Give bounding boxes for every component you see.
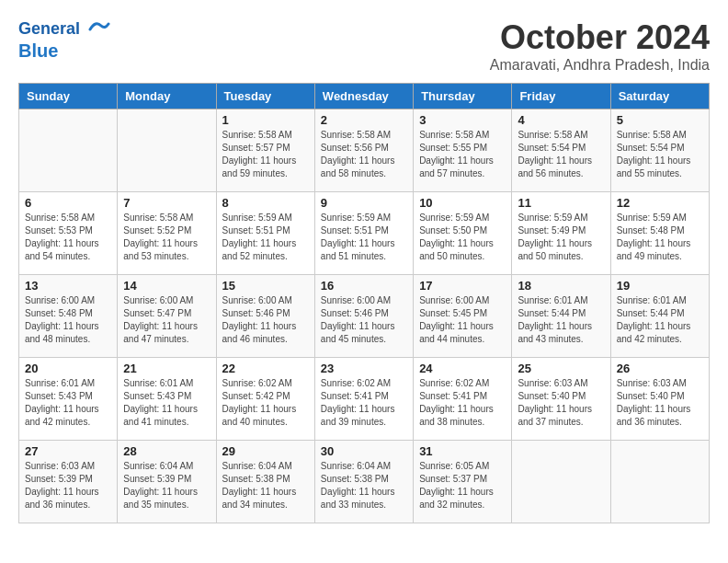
day-info: Sunrise: 6:00 AM Sunset: 5:46 PM Dayligh… [222,294,309,346]
weekday-header: Thursday [414,84,512,109]
logo-blue: Blue [18,40,110,61]
day-number: 18 [518,279,604,293]
calendar-cell: 8Sunrise: 5:59 AM Sunset: 5:51 PM Daylig… [216,192,314,275]
day-number: 31 [419,444,506,458]
day-number: 13 [25,279,111,293]
calendar-cell: 13Sunrise: 6:00 AM Sunset: 5:48 PM Dayli… [19,275,118,358]
calendar-cell: 14Sunrise: 6:00 AM Sunset: 5:47 PM Dayli… [118,275,216,358]
day-number: 24 [419,362,506,375]
calendar-cell: 18Sunrise: 6:01 AM Sunset: 5:44 PM Dayli… [512,275,610,358]
title-block: October 2024 Amaravati, Andhra Pradesh, … [490,18,710,74]
calendar-week-row: 20Sunrise: 6:01 AM Sunset: 5:43 PM Dayli… [19,358,710,441]
calendar-week-row: 6Sunrise: 5:58 AM Sunset: 5:53 PM Daylig… [19,192,710,275]
day-info: Sunrise: 5:58 AM Sunset: 5:55 PM Dayligh… [419,129,506,180]
calendar-cell: 3Sunrise: 5:58 AM Sunset: 5:55 PM Daylig… [414,109,512,192]
day-number: 10 [419,196,506,210]
day-number: 8 [222,196,309,210]
calendar-cell [118,109,216,192]
weekday-header: Sunday [19,84,118,109]
calendar-cell: 24Sunrise: 6:02 AM Sunset: 5:41 PM Dayli… [414,358,512,441]
day-info: Sunrise: 6:02 AM Sunset: 5:42 PM Dayligh… [222,377,309,429]
day-number: 5 [617,113,703,127]
calendar-week-row: 27Sunrise: 6:03 AM Sunset: 5:39 PM Dayli… [19,441,710,523]
calendar-cell [512,441,610,523]
day-info: Sunrise: 6:00 AM Sunset: 5:47 PM Dayligh… [123,294,210,346]
calendar-cell: 17Sunrise: 6:00 AM Sunset: 5:45 PM Dayli… [414,275,512,358]
logo-text: General [18,18,110,40]
calendar-cell: 30Sunrise: 6:04 AM Sunset: 5:38 PM Dayli… [314,441,413,523]
day-number: 26 [617,362,703,375]
weekday-header: Saturday [610,84,709,109]
day-number: 12 [617,196,703,210]
logo-icon [88,18,110,40]
day-info: Sunrise: 6:05 AM Sunset: 5:37 PM Dayligh… [419,460,506,511]
calendar-cell: 23Sunrise: 6:02 AM Sunset: 5:41 PM Dayli… [314,358,413,441]
day-number: 7 [123,196,210,210]
day-number: 14 [123,279,210,293]
day-number: 16 [321,279,407,293]
day-info: Sunrise: 6:02 AM Sunset: 5:41 PM Dayligh… [321,377,407,429]
day-info: Sunrise: 5:58 AM Sunset: 5:54 PM Dayligh… [518,129,604,180]
weekday-header: Monday [118,84,216,109]
calendar-cell: 29Sunrise: 6:04 AM Sunset: 5:38 PM Dayli… [216,441,314,523]
calendar-cell: 1Sunrise: 5:58 AM Sunset: 5:57 PM Daylig… [216,109,314,192]
calendar-header-row: SundayMondayTuesdayWednesdayThursdayFrid… [19,84,710,109]
day-info: Sunrise: 5:58 AM Sunset: 5:52 PM Dayligh… [123,212,210,263]
day-number: 23 [321,362,407,375]
calendar-cell: 12Sunrise: 5:59 AM Sunset: 5:48 PM Dayli… [610,192,709,275]
day-info: Sunrise: 6:01 AM Sunset: 5:43 PM Dayligh… [25,377,111,429]
day-info: Sunrise: 6:03 AM Sunset: 5:40 PM Dayligh… [518,377,604,429]
day-number: 2 [321,113,407,127]
calendar-cell: 11Sunrise: 5:59 AM Sunset: 5:49 PM Dayli… [512,192,610,275]
day-info: Sunrise: 6:00 AM Sunset: 5:45 PM Dayligh… [419,294,506,346]
day-number: 22 [222,362,309,375]
day-info: Sunrise: 5:58 AM Sunset: 5:57 PM Dayligh… [222,129,309,180]
day-info: Sunrise: 5:59 AM Sunset: 5:51 PM Dayligh… [222,212,309,263]
day-number: 1 [222,113,309,127]
day-info: Sunrise: 5:59 AM Sunset: 5:49 PM Dayligh… [518,212,604,263]
day-info: Sunrise: 5:59 AM Sunset: 5:50 PM Dayligh… [419,212,506,263]
page-header: General Blue October 2024 Amaravati, And… [18,18,710,74]
calendar-cell [19,109,118,192]
calendar-cell: 16Sunrise: 6:00 AM Sunset: 5:46 PM Dayli… [314,275,413,358]
day-info: Sunrise: 5:59 AM Sunset: 5:51 PM Dayligh… [321,212,407,263]
calendar-cell: 21Sunrise: 6:01 AM Sunset: 5:43 PM Dayli… [118,358,216,441]
day-number: 3 [419,113,506,127]
calendar-week-row: 13Sunrise: 6:00 AM Sunset: 5:48 PM Dayli… [19,275,710,358]
calendar-cell: 10Sunrise: 5:59 AM Sunset: 5:50 PM Dayli… [414,192,512,275]
weekday-header: Friday [512,84,610,109]
day-number: 6 [25,196,111,210]
day-info: Sunrise: 6:01 AM Sunset: 5:44 PM Dayligh… [518,294,604,346]
day-info: Sunrise: 6:04 AM Sunset: 5:39 PM Dayligh… [123,460,210,511]
day-info: Sunrise: 6:03 AM Sunset: 5:39 PM Dayligh… [25,460,111,511]
calendar-cell: 5Sunrise: 5:58 AM Sunset: 5:54 PM Daylig… [610,109,709,192]
calendar-cell: 31Sunrise: 6:05 AM Sunset: 5:37 PM Dayli… [414,441,512,523]
day-info: Sunrise: 5:59 AM Sunset: 5:48 PM Dayligh… [617,212,703,263]
day-number: 17 [419,279,506,293]
day-info: Sunrise: 6:04 AM Sunset: 5:38 PM Dayligh… [321,460,407,511]
day-info: Sunrise: 5:58 AM Sunset: 5:53 PM Dayligh… [25,212,111,263]
calendar-cell: 6Sunrise: 5:58 AM Sunset: 5:53 PM Daylig… [19,192,118,275]
day-number: 25 [518,362,604,375]
calendar-cell: 15Sunrise: 6:00 AM Sunset: 5:46 PM Dayli… [216,275,314,358]
logo-general: General [18,19,80,38]
day-number: 11 [518,196,604,210]
calendar-cell: 4Sunrise: 5:58 AM Sunset: 5:54 PM Daylig… [512,109,610,192]
calendar-cell: 26Sunrise: 6:03 AM Sunset: 5:40 PM Dayli… [610,358,709,441]
day-number: 20 [25,362,111,375]
weekday-header: Tuesday [216,84,314,109]
day-info: Sunrise: 6:04 AM Sunset: 5:38 PM Dayligh… [222,460,309,511]
logo: General Blue [18,18,110,61]
day-info: Sunrise: 5:58 AM Sunset: 5:54 PM Dayligh… [617,129,703,180]
day-info: Sunrise: 6:00 AM Sunset: 5:46 PM Dayligh… [321,294,407,346]
day-number: 30 [321,444,407,458]
day-number: 15 [222,279,309,293]
calendar-table: SundayMondayTuesdayWednesdayThursdayFrid… [18,83,710,523]
day-number: 28 [123,444,210,458]
location: Amaravati, Andhra Pradesh, India [490,57,710,74]
day-info: Sunrise: 6:01 AM Sunset: 5:43 PM Dayligh… [123,377,210,429]
day-number: 4 [518,113,604,127]
calendar-cell: 22Sunrise: 6:02 AM Sunset: 5:42 PM Dayli… [216,358,314,441]
day-info: Sunrise: 6:01 AM Sunset: 5:44 PM Dayligh… [617,294,703,346]
calendar-cell: 27Sunrise: 6:03 AM Sunset: 5:39 PM Dayli… [19,441,118,523]
